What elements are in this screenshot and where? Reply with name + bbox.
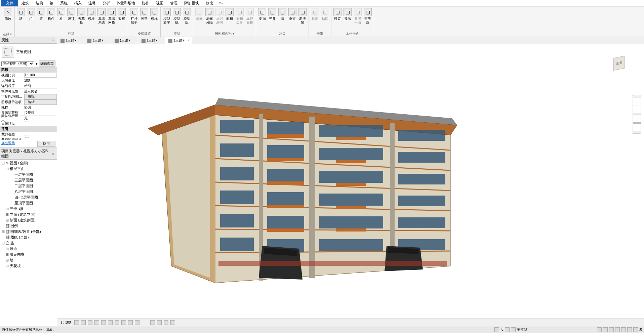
- nav-zoom-icon[interactable]: [633, 115, 641, 123]
- status-icon-3[interactable]: [511, 327, 516, 332]
- menu-tab-systems[interactable]: 系统: [57, 0, 71, 6]
- 3d-canvas[interactable]: 左 前: [57, 44, 644, 319]
- menu-tab-arch[interactable]: 建筑: [18, 0, 32, 6]
- detail-level-icon[interactable]: [74, 320, 79, 325]
- view-tab[interactable]: {三维}: [138, 37, 165, 44]
- view-tab[interactable]: {三维}: [57, 37, 84, 44]
- window-tool[interactable]: ▢窗: [36, 7, 46, 25]
- tree-node[interactable]: ⊞ 三维视图: [1, 206, 56, 212]
- menu-tab-annotate[interactable]: 注释: [85, 0, 99, 6]
- room-sep-tool[interactable]: ▢房间 分隔: [205, 7, 214, 25]
- shadows-icon[interactable]: [94, 320, 99, 325]
- menu-tab-steel[interactable]: 钢: [46, 0, 57, 6]
- prop-checkbox[interactable]: [25, 132, 29, 136]
- menu-tab-insert[interactable]: 插入: [71, 0, 85, 6]
- vc-1-icon[interactable]: [150, 320, 155, 325]
- tree-node[interactable]: 一层平面图: [1, 172, 56, 177]
- stair-tool[interactable]: ▢楼梯: [150, 7, 159, 25]
- menu-tab-massing[interactable]: 体量和场地: [113, 0, 138, 6]
- menu-tab-struct[interactable]: 结构: [32, 0, 46, 6]
- view-tab[interactable]: {三维}: [84, 37, 111, 44]
- tree-node[interactable]: 屋顶平面图: [1, 200, 56, 206]
- area-tool[interactable]: ▢面积: [225, 7, 234, 25]
- vertical-tool[interactable]: ▢垂直: [288, 7, 297, 25]
- tree-toggle-icon[interactable]: ⊟: [1, 241, 5, 245]
- crop-region-icon[interactable]: [115, 320, 119, 325]
- status-icon-2[interactable]: [505, 327, 510, 332]
- visual-style-icon[interactable]: [81, 320, 86, 325]
- component-tool[interactable]: ▢构件: [46, 7, 56, 25]
- floor-tool[interactable]: ▢楼板: [87, 7, 96, 25]
- tree-node[interactable]: 三层平面图: [1, 177, 56, 183]
- menu-selection-btn[interactable]: □▾: [219, 1, 223, 5]
- prop-checkbox[interactable]: [25, 137, 29, 140]
- reveal-icon[interactable]: [135, 320, 139, 325]
- tree-node[interactable]: ⊞ 坡道: [1, 246, 56, 252]
- show-tool[interactable]: ▢显示: [343, 7, 352, 25]
- wall-opening-tool[interactable]: ▢墙: [278, 7, 287, 25]
- tree-node[interactable]: ⊟ ⊙ 视图 (全部): [1, 160, 56, 166]
- menu-tab-collab[interactable]: 协作: [138, 0, 153, 6]
- status-icon-9[interactable]: [627, 327, 632, 332]
- modify-tool[interactable]: ↖ 修改: [1, 7, 15, 21]
- viewer-tool[interactable]: ▢查看器: [363, 7, 372, 25]
- tree-node[interactable]: ▦ 图纸 (全部): [1, 235, 56, 240]
- prop-edit-button[interactable]: 编辑...: [24, 99, 57, 105]
- wall-tool[interactable]: ▢墙: [16, 7, 26, 25]
- nav-orbit-icon[interactable]: [633, 123, 641, 131]
- railing-tool[interactable]: ▢栏杆扶手: [129, 7, 139, 25]
- filter-icon[interactable]: ▾: [36, 62, 37, 66]
- tree-toggle-icon[interactable]: ⊞: [1, 229, 5, 234]
- status-icon-1[interactable]: [494, 327, 499, 332]
- model-group-tool[interactable]: ▢模型 组: [182, 7, 192, 25]
- tree-toggle-icon[interactable]: ⊞: [5, 264, 9, 268]
- status-icon-7[interactable]: [615, 327, 620, 332]
- menu-tab-view[interactable]: 视图: [153, 0, 167, 6]
- tree-toggle-icon[interactable]: ⊞: [5, 218, 9, 222]
- status-icon-4[interactable]: [597, 327, 602, 332]
- lock-icon[interactable]: [121, 320, 126, 325]
- tree-toggle-icon[interactable]: ⊞: [5, 247, 9, 251]
- ceiling-tool[interactable]: ▢天花板: [77, 7, 86, 25]
- shaft-tool[interactable]: ▢竖井: [268, 7, 277, 25]
- menu-tab-analyze[interactable]: 分析: [99, 0, 113, 6]
- ramp-tool[interactable]: ▢坡道: [139, 7, 149, 25]
- menu-tab-addins[interactable]: 附加模块: [181, 0, 202, 6]
- tree-node[interactable]: ⊟ 楼层平面: [1, 166, 56, 172]
- close-tab-icon[interactable]: ×: [188, 39, 190, 42]
- rendering-icon[interactable]: [101, 320, 106, 325]
- status-icon-8[interactable]: [621, 327, 626, 332]
- view-tab[interactable]: {三维}×: [165, 37, 192, 44]
- tree-node[interactable]: ⊟ 凸 族: [1, 240, 56, 246]
- prop-input[interactable]: [24, 73, 57, 78]
- menu-tab-modify[interactable]: 修改: [202, 0, 216, 6]
- prop-edit-button[interactable]: 编辑...: [24, 94, 57, 99]
- menu-file[interactable]: 文件: [1, 0, 18, 6]
- edit-type-button[interactable]: 编辑类型: [39, 60, 55, 67]
- scale-display[interactable]: 1 : 100: [59, 321, 72, 324]
- vc-2-icon[interactable]: [157, 320, 162, 325]
- curtain-grid-tool[interactable]: ▢幕墙 网格: [107, 7, 116, 25]
- roof-tool[interactable]: ▢屋顶: [67, 7, 76, 25]
- tree-toggle-icon[interactable]: ⊞: [5, 212, 9, 217]
- tree-node[interactable]: ⊞ 填充图案: [1, 252, 56, 257]
- browser-close-icon[interactable]: ×: [51, 152, 55, 156]
- view-tab[interactable]: {三维}: [111, 37, 138, 44]
- dormer-tool[interactable]: ▢老虎窗: [298, 7, 307, 25]
- nav-wheel-icon[interactable]: [633, 97, 641, 105]
- status-icon-10[interactable]: [633, 327, 638, 332]
- model-line-tool[interactable]: ▢模型 线: [172, 7, 182, 25]
- status-icon-6[interactable]: [609, 327, 614, 332]
- tree-toggle-icon[interactable]: ⊟: [1, 161, 5, 165]
- nav-pan-icon[interactable]: [633, 106, 641, 114]
- door-tool[interactable]: ▢门: [26, 7, 36, 25]
- menu-tab-manage[interactable]: 管理: [167, 0, 181, 6]
- by-face-tool[interactable]: ▢按 面: [257, 7, 267, 25]
- properties-close-icon[interactable]: ×: [51, 38, 55, 42]
- status-icon-5[interactable]: [603, 327, 608, 332]
- prop-checkbox[interactable]: [25, 121, 29, 125]
- curtain-system-tool[interactable]: ▢幕墙 系统: [97, 7, 106, 25]
- view-cube[interactable]: 左 前: [610, 54, 631, 75]
- apply-button[interactable]: 应用: [37, 141, 55, 147]
- instance-selector[interactable]: 三维视图: {三维}: [1, 61, 34, 66]
